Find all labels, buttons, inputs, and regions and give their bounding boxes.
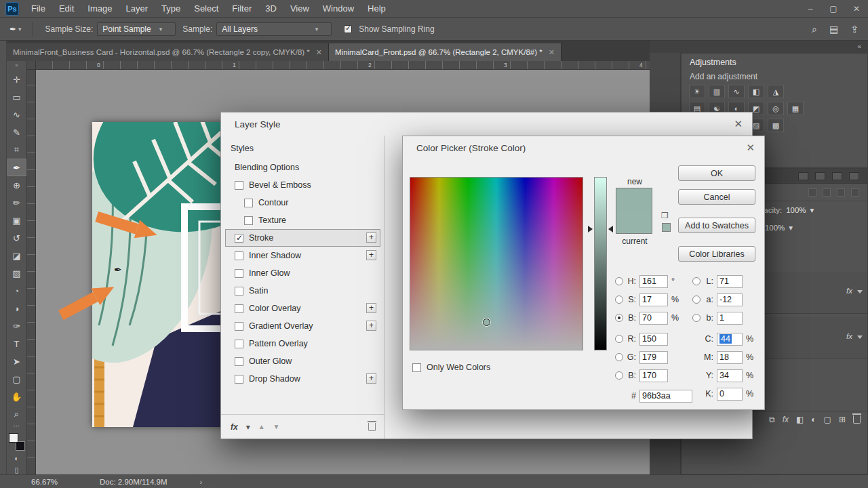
curves-icon[interactable]: ∿ xyxy=(728,85,745,98)
move-tool[interactable]: ✛ xyxy=(7,70,26,88)
l-radio[interactable] xyxy=(692,277,701,285)
close-icon[interactable]: ✕ xyxy=(316,48,322,57)
menu-item-type[interactable]: Type xyxy=(155,0,187,18)
h-radio[interactable] xyxy=(615,277,623,285)
add-gradient-overlay-button[interactable]: + xyxy=(366,321,376,331)
eraser-tool[interactable]: ◪ xyxy=(7,247,26,264)
panel-tab-icon[interactable] xyxy=(849,172,859,180)
m-field[interactable]: 18 xyxy=(717,351,743,364)
slider-marker-left[interactable] xyxy=(588,226,593,232)
move-effect-down-icon[interactable]: ▼ xyxy=(273,423,280,430)
quick-selection-tool[interactable]: ✎ xyxy=(7,123,26,141)
menu-item-filter[interactable]: Filter xyxy=(225,0,258,18)
g-radio[interactable] xyxy=(615,353,623,361)
collapse-effects-icon[interactable] xyxy=(857,336,863,339)
foreground-color-swatch[interactable] xyxy=(9,433,18,443)
b-field[interactable]: 70 xyxy=(639,312,668,325)
filter-icon[interactable] xyxy=(808,188,816,197)
checkbox-contour[interactable] xyxy=(244,199,253,207)
k-field[interactable]: 0 xyxy=(717,388,743,401)
clone-stamp-tool[interactable]: ▣ xyxy=(7,211,26,229)
color-field[interactable] xyxy=(410,177,583,350)
fx-menu-button[interactable]: fx xyxy=(231,422,238,432)
checkbox-color-overlay[interactable] xyxy=(235,304,243,313)
menu-item-image[interactable]: Image xyxy=(81,0,119,18)
hand-tool[interactable]: ✋ xyxy=(7,388,26,405)
brightness-contrast-icon[interactable]: ☀ xyxy=(689,85,705,98)
maximize-button[interactable]: ▢ xyxy=(822,4,845,14)
history-brush-tool[interactable]: ↺ xyxy=(7,229,26,247)
g-field[interactable]: 179 xyxy=(639,351,668,364)
menu-item-select[interactable]: Select xyxy=(187,0,225,18)
layer-style-item-texture[interactable]: Texture xyxy=(225,211,380,229)
show-sampling-ring-checkbox[interactable] xyxy=(344,25,352,33)
adjustment-layer-icon[interactable]: ◐ xyxy=(811,415,816,424)
zoom-level-field[interactable]: 66.67% xyxy=(31,478,58,486)
dodge-tool[interactable]: ◑ xyxy=(7,300,26,317)
background-color-swatch[interactable] xyxy=(16,441,25,451)
layer-style-item-contour[interactable]: Contour xyxy=(225,194,380,211)
zoom-tool[interactable]: ⌕ xyxy=(7,405,26,423)
shape-tool[interactable]: ▢ xyxy=(7,370,26,388)
menu-item-edit[interactable]: Edit xyxy=(52,0,81,18)
layer-style-item-gradient-overlay[interactable]: Gradient Overlay+ xyxy=(225,317,380,335)
selective-color-icon[interactable]: ▩ xyxy=(768,119,784,132)
filter-icon[interactable] xyxy=(851,188,859,197)
b-radio[interactable] xyxy=(615,314,623,322)
healing-brush-tool[interactable]: ⊕ xyxy=(7,176,26,194)
close-icon[interactable]: ✕ xyxy=(549,48,555,57)
s-field[interactable]: 17 xyxy=(639,293,668,306)
dock-collapse-icon[interactable]: « xyxy=(650,41,868,53)
edit-toolbar-icon[interactable]: ⋯ xyxy=(14,423,20,430)
close-icon[interactable]: ✕ xyxy=(734,118,743,130)
gradient-tool[interactable]: ▧ xyxy=(7,264,26,282)
share-icon[interactable]: ⇪ xyxy=(850,24,859,35)
lasso-tool[interactable]: ∿ xyxy=(7,106,26,123)
toolbar-collapse-icon[interactable]: » xyxy=(15,61,18,70)
panel-tab-icon[interactable] xyxy=(798,172,808,180)
brightness-slider[interactable] xyxy=(594,177,607,350)
filter-icon[interactable] xyxy=(837,188,845,197)
checkbox-satin[interactable] xyxy=(235,287,243,296)
r-field[interactable]: 150 xyxy=(639,333,668,346)
collapse-effects-icon[interactable] xyxy=(857,290,863,293)
slider-marker-right[interactable] xyxy=(608,226,613,232)
layer-style-item-pattern-overlay[interactable]: Pattern Overlay xyxy=(225,335,380,352)
menu-item-3d[interactable]: 3D xyxy=(258,0,283,18)
sample-size-dropdown[interactable]: Point Sample xyxy=(97,22,176,36)
only-web-colors-checkbox[interactable] xyxy=(412,363,421,372)
blur-tool[interactable]: ◔ xyxy=(7,282,26,300)
checkbox-stroke[interactable] xyxy=(235,234,243,243)
current-color-swatch[interactable] xyxy=(616,211,652,233)
add-inner-shadow-button[interactable]: + xyxy=(366,250,376,260)
delete-effect-button[interactable] xyxy=(368,423,376,431)
layer-style-dialog-titlebar[interactable]: Layer Style ✕ xyxy=(221,113,752,136)
vibrance-icon[interactable]: ◮ xyxy=(768,85,784,98)
marquee-tool[interactable]: ▭ xyxy=(7,88,26,106)
b-lab-radio[interactable] xyxy=(692,314,701,322)
color-picker-titlebar[interactable]: Color Picker (Stroke Color) ✕ xyxy=(403,136,764,159)
search-icon[interactable]: ⌕ xyxy=(812,24,817,35)
pen-tool[interactable]: ✑ xyxy=(7,317,26,335)
add-to-swatches-button[interactable]: Add to Swatches xyxy=(678,218,755,233)
panel-tab-icon[interactable] xyxy=(815,172,825,180)
layer-style-icon[interactable]: fx xyxy=(783,415,789,424)
checkbox-pattern-overlay[interactable] xyxy=(235,340,243,348)
y-field[interactable]: 34 xyxy=(717,369,743,382)
web-safe-color-chip[interactable] xyxy=(662,223,671,232)
b-lab-field[interactable]: 1 xyxy=(717,312,743,325)
add-color-overlay-button[interactable]: + xyxy=(366,303,376,313)
layer-style-item-inner-shadow[interactable]: Inner Shadow+ xyxy=(225,247,380,264)
move-effect-up-icon[interactable]: ▲ xyxy=(258,423,265,430)
minimize-button[interactable]: – xyxy=(799,4,822,14)
b-rgb-radio[interactable] xyxy=(615,371,623,380)
menu-item-file[interactable]: File xyxy=(24,0,52,18)
c-field[interactable]: 44 xyxy=(717,333,743,346)
close-button[interactable]: ✕ xyxy=(845,4,868,14)
add-stroke-button[interactable]: + xyxy=(366,232,376,243)
l-field[interactable]: 71 xyxy=(717,275,743,288)
layer-style-item-color-overlay[interactable]: Color Overlay+ xyxy=(225,300,380,317)
color-field-marker[interactable] xyxy=(483,319,490,326)
brush-tool[interactable]: ✏ xyxy=(7,194,26,211)
status-bar-menu-icon[interactable]: › xyxy=(200,478,203,486)
